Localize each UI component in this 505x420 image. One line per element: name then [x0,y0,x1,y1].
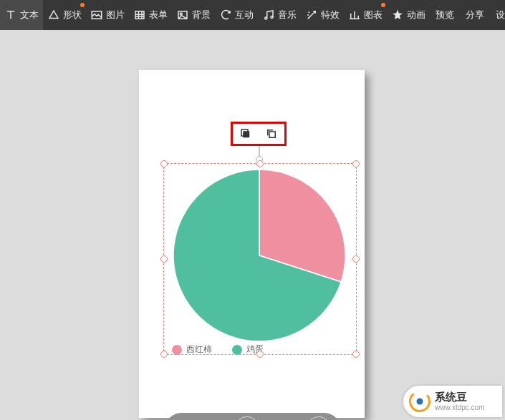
effects-label: 特效 [321,9,340,21]
svg-rect-8 [269,132,275,137]
text-icon [4,9,17,21]
image-label: 图片 [106,9,125,21]
resize-handle-n[interactable] [256,160,264,167]
resize-handle-sw[interactable] [160,351,168,358]
selection-mini-toolbar [231,122,287,146]
image-icon [90,9,103,21]
chart-badge-dot [381,3,385,7]
svg-point-10 [417,399,423,405]
shape-icon [47,9,60,21]
zoom-in-button[interactable] [307,416,331,420]
svg-point-5 [271,16,273,19]
preview-button[interactable]: 预览 [430,0,460,30]
background-icon [176,9,189,21]
animation-icon [391,9,404,21]
main-toolbar: 文本 形状 图片 表单 背景 互动 音乐 [0,0,505,30]
zoom-out-button[interactable] [235,416,259,420]
interactive-label: 互动 [235,9,254,21]
selection-box[interactable] [163,163,357,355]
background-label: 背景 [192,9,211,21]
resize-handle-nw[interactable] [160,160,168,167]
table-tool[interactable]: 表单 [129,0,172,30]
svg-point-4 [265,17,267,19]
undo-button[interactable] [175,416,199,420]
animation-label: 动画 [407,9,425,21]
text-label: 文本 [20,9,39,21]
layer-button[interactable] [238,126,254,142]
music-icon [262,9,275,21]
table-label: 表单 [149,9,168,21]
shape-badge-dot [80,3,85,7]
svg-rect-6 [243,131,249,137]
effects-icon [305,9,318,21]
preview-label: 预览 [436,9,454,21]
chart-icon [348,9,361,21]
resize-handle-s[interactable] [256,351,264,358]
resize-handle-w[interactable] [160,255,168,263]
settings-label: 设置 [496,9,505,21]
copy-button[interactable] [264,126,279,142]
redo-button[interactable] [205,416,229,420]
resize-handle-ne[interactable] [352,160,360,167]
svg-point-3 [180,13,182,15]
text-tool[interactable]: 文本 [0,0,43,30]
chart-tool[interactable]: 图表 [344,0,387,30]
interactive-tool[interactable]: 互动 [215,0,258,30]
bottom-toolbar: 100% [165,413,340,420]
music-label: 音乐 [278,9,297,21]
shape-tool[interactable]: 形状 [43,0,86,30]
animation-tool[interactable]: 动画 [387,0,430,30]
interactive-icon [219,9,232,21]
watermark: 系统豆 www.xtdpc.com [403,386,502,417]
canvas-stage[interactable]: 西红柿鸡蛋 100% 系统豆 www.x [0,30,505,420]
shape-label: 形状 [63,9,82,21]
resize-handle-se[interactable] [352,351,360,358]
share-button[interactable]: 分享 [460,0,490,30]
share-label: 分享 [466,9,484,21]
music-tool[interactable]: 音乐 [258,0,301,30]
resize-handle-e[interactable] [352,255,360,263]
background-tool[interactable]: 背景 [172,0,215,30]
table-icon [133,9,146,21]
effects-tool[interactable]: 特效 [301,0,344,30]
settings-button[interactable]: 设置 [490,0,505,30]
watermark-subtitle: www.xtdpc.com [435,404,484,411]
image-tool[interactable]: 图片 [86,0,129,30]
watermark-logo-icon [409,391,431,412]
chart-label: 图表 [364,9,383,21]
watermark-title: 系统豆 [435,391,484,404]
toolbar-right-group: 预览 分享 设置 更多 [430,0,505,30]
